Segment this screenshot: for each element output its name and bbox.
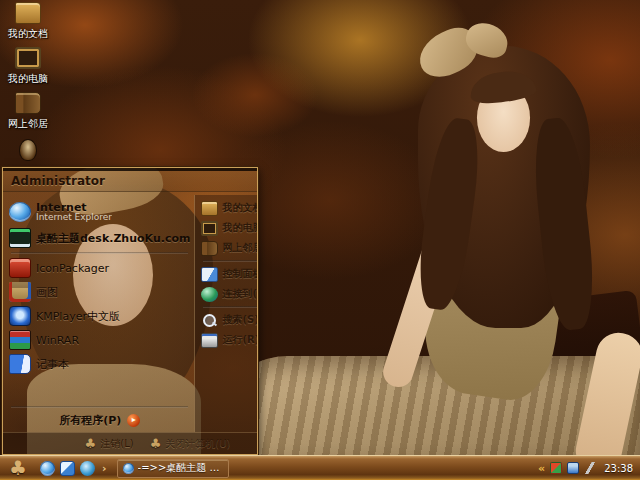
menu-item-zhuoku-theme[interactable]: 桌酷主题desk.ZhuoKu.com [7,226,192,250]
taskbar-window-button[interactable]: -=>>桌酷主题 - Mic... [117,459,229,478]
menu-item-run[interactable]: 运行(R) [199,330,258,350]
desktop-icon-partially-hidden[interactable] [2,139,54,161]
all-programs-button[interactable]: 所有程序(P) ▸ [7,410,192,430]
run-dialog-icon [201,333,218,348]
network-places-icon [15,92,41,114]
desktop-icon-network-places[interactable]: 网上邻居 [2,92,54,131]
menu-item-label: KMPlayer中文版 [36,309,120,324]
menu-item-winrar[interactable]: WinRAR [7,328,192,352]
system-tray: « 23:38 [538,462,640,475]
kmplayer-icon [9,306,31,326]
menu-item-control-panel[interactable]: 控制面板(C) [199,264,258,284]
start-button[interactable]: ♣ [0,456,36,480]
quick-launch-app-icon[interactable] [80,461,95,476]
logged-in-user-name: Administrator [11,174,105,188]
log-off-clover-icon: ♣ [85,437,97,450]
paint-icon [9,282,31,302]
menu-item-label: IconPackager [36,262,109,275]
menu-item-label: 桌酷主题desk.ZhuoKu.com [36,231,190,246]
notepad-icon [9,354,31,374]
menu-item-label: 我的电脑 [222,221,258,235]
menu-item-search[interactable]: 搜索(S) [199,310,258,330]
menu-separator [11,406,188,408]
shut-down-button[interactable]: ♣ 关闭计算机(U) [150,437,231,451]
menu-item-kmplayer[interactable]: KMPlayer中文版 [7,304,192,328]
start-menu-header: Administrator [3,168,257,192]
my-documents-folder-icon [15,2,41,24]
network-places-icon [201,241,218,256]
all-programs-arrow-icon: ▸ [127,414,140,427]
menu-separator [203,306,258,308]
start-menu: Administrator Internet Internet Explorer… [2,167,258,455]
control-panel-icon [201,267,218,282]
start-menu-body: Internet Internet Explorer 桌酷主题desk.Zhuo… [3,195,257,432]
menu-item-paint[interactable]: 画图 [7,280,192,304]
menu-separator [203,260,258,262]
quick-launch-show-desktop-icon[interactable] [60,461,75,476]
search-magnifier-icon [201,313,218,328]
menu-item-network-places[interactable]: 网上邻居 [199,238,258,258]
menu-item-my-documents[interactable]: 我的文档 [199,198,258,218]
my-computer-icon [15,47,41,69]
start-menu-footer: ♣ 注销(L) ♣ 关闭计算机(U) [3,432,257,454]
menu-item-notepad[interactable]: 记事本 [7,352,192,376]
desktop-icon-my-documents[interactable]: 我的文档 [2,2,54,41]
menu-item-label: 运行(R) [222,333,258,347]
quick-launch-internet-explorer-icon[interactable] [40,461,55,476]
winrar-icon [9,330,31,350]
desktop-icon-label: 网上邻居 [8,117,48,131]
shut-down-clover-icon: ♣ [150,437,162,450]
zhuoku-theme-icon [9,228,31,248]
menu-item-sublabel: Internet Explorer [36,213,112,222]
menu-item-label: 我的文档 [222,201,258,215]
connect-to-globe-icon [201,287,218,302]
quick-launch-expand-chevron[interactable]: › [100,462,109,475]
log-off-label: 注销(L) [100,437,133,451]
menu-item-iconpackager[interactable]: IconPackager [7,256,192,280]
window-title: -=>>桌酷主题 - Mic... [138,461,223,475]
taskbar-clock[interactable]: 23:38 [601,463,633,474]
desktop-icon-my-computer[interactable]: 我的电脑 [2,47,54,86]
my-computer-icon [201,221,218,236]
menu-item-my-computer[interactable]: 我的电脑 [199,218,258,238]
menu-separator [11,252,188,254]
menu-item-connect-to[interactable]: 连接到(T) [199,284,258,304]
iconpackager-icon [9,258,31,278]
menu-item-label: WinRAR [36,334,79,347]
desktop-screen: 我的文档 我的电脑 网上邻居 Administrator In [0,0,640,480]
menu-item-label: 搜索(S) [222,313,258,327]
log-off-button[interactable]: ♣ 注销(L) [85,437,134,451]
my-documents-folder-icon [201,201,218,216]
tray-network-icon[interactable] [567,462,579,474]
themed-badge-icon [19,139,37,161]
tray-antivirus-icon[interactable] [550,462,562,474]
menu-item-label: 记事本 [36,357,69,372]
start-menu-places-column: 我的文档 我的电脑 网上邻居 控制面板(C) 连接到(T) [194,195,258,432]
desktop-icon-label: 我的文档 [8,27,48,41]
menu-item-internet[interactable]: Internet Internet Explorer [7,198,192,226]
desktop-icon-label: 我的电脑 [8,72,48,86]
start-clover-icon: ♣ [9,458,27,478]
tray-collapse-arrow[interactable]: « [538,462,545,475]
window-ie-icon [123,463,134,474]
shut-down-label: 关闭计算机(U) [165,437,230,451]
menu-item-label: 连接到(T) [222,287,258,301]
all-programs-label: 所有程序(P) [59,413,121,428]
menu-item-label: 网上邻居 [222,241,258,255]
menu-item-label: 画图 [36,285,58,300]
quick-launch-bar: › [36,461,113,476]
start-menu-programs-column: Internet Internet Explorer 桌酷主题desk.Zhuo… [3,195,194,432]
taskbar: ♣ › -=>>桌酷主题 - Mic... « 23:38 [0,455,640,480]
internet-explorer-icon [9,202,31,222]
menu-item-label: 控制面板(C) [222,267,258,281]
tray-input-method-icon[interactable] [584,462,596,474]
